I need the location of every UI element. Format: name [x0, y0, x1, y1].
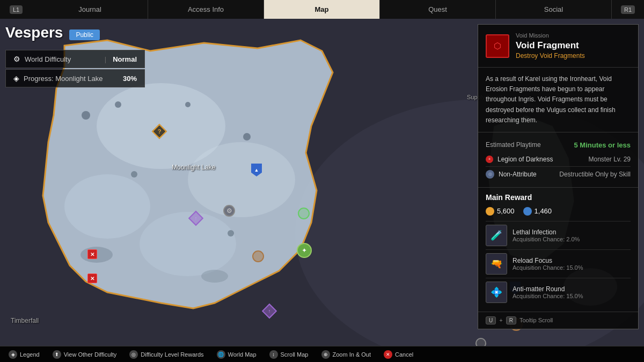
attribute-description: Destructible Only by Skill: [559, 171, 631, 178]
reward-chance-1: Acquisition Chance: 15.0%: [513, 264, 631, 271]
reward-icon-0: 🧪: [486, 225, 507, 246]
key-badge-u: U: [486, 316, 496, 324]
circle-brown-icon: [252, 250, 264, 262]
tab-journal[interactable]: Journal: [32, 0, 148, 19]
red-x-marker-2[interactable]: ✕: [87, 274, 97, 283]
mission-description: As a result of Karel using the Ironheart…: [478, 68, 638, 132]
bottom-view-difficulty[interactable]: ⬆ View Other Difficulty: [53, 350, 117, 359]
playtime-row: Estimated Playtime 5 Minutes or less: [486, 138, 631, 152]
cancel-icon: ✕: [384, 350, 392, 359]
map-area: Moonlight Lake Supply Depot Timberfall ?…: [0, 19, 644, 346]
plus-sign: +: [499, 317, 502, 323]
world-difficulty-value: Normal: [113, 55, 137, 63]
legend-icon: ◈: [9, 350, 17, 359]
blue-flag-marker[interactable]: ▲: [251, 164, 262, 176]
l1-badge: L1: [10, 5, 23, 14]
cancel-label: Cancel: [395, 351, 413, 358]
blue-amount: 1,460: [535, 207, 552, 215]
monster-level: Monster Lv. 29: [588, 156, 631, 163]
playtime-label: Estimated Playtime: [486, 141, 541, 149]
difficulty-rewards-icon: ◎: [129, 350, 138, 359]
legend-label: Legend: [20, 351, 40, 358]
reward-icon-2: 💠: [486, 282, 507, 303]
question-mark: ?: [158, 128, 162, 135]
blue-currency: 1,460: [523, 207, 552, 216]
world-map-label: World Map: [228, 351, 257, 358]
purple-diamond-marker-2[interactable]: ↑: [264, 306, 275, 316]
active-marker[interactable]: ✦: [297, 243, 312, 258]
ring-icon: [475, 338, 486, 346]
tab-quest[interactable]: Quest: [380, 0, 496, 19]
tab-access-info[interactable]: Access Info: [148, 0, 264, 19]
mission-type-icon: ⬡: [486, 34, 509, 58]
red-x-marker-1[interactable]: ✕: [87, 249, 97, 259]
left-controller: L1: [0, 5, 32, 14]
mission-header: ⬡ Void Mission Void Fragment Destroy Voi…: [478, 25, 638, 68]
top-navigation: L1 Journal Access Info Map Quest Social …: [0, 0, 644, 19]
bottom-difficulty-rewards[interactable]: ◎ Difficulty Level Rewards: [129, 350, 203, 359]
reward-info-0: Lethal Infection Acquisition Chance: 2.0…: [513, 228, 631, 242]
tab-social[interactable]: Social: [496, 0, 612, 19]
right-controller: R1: [612, 5, 644, 14]
attribute-icon: ◎: [486, 170, 494, 179]
blue-icon: [523, 207, 532, 216]
svg-point-12: [228, 230, 234, 237]
difficulty-rewards-label: Difficulty Level Rewards: [141, 351, 203, 358]
circle-green-icon: [298, 208, 310, 219]
zoom-label: Zoom In & Out: [333, 351, 371, 358]
svg-point-5: [188, 142, 295, 217]
reward-icon-1: 🔫: [486, 253, 507, 275]
svg-point-8: [115, 101, 121, 108]
scroll-map-label: Scroll Map: [281, 351, 309, 358]
currency-row: 5,600 1,460: [486, 207, 631, 216]
view-difficulty-label: View Other Difficulty: [64, 351, 117, 358]
reward-name-1: Reload Focus: [513, 257, 631, 264]
attribute-name: Non-Attribute: [499, 171, 537, 178]
visibility-badge: Public: [69, 29, 100, 40]
bottom-legend[interactable]: ◈ Legend: [9, 350, 40, 359]
location-name: Vespers: [5, 24, 63, 41]
attribute-row: ◎ Non-Attribute Destructible Only by Ski…: [486, 166, 631, 182]
ring-marker[interactable]: [475, 338, 486, 346]
green-circle-marker[interactable]: [298, 208, 310, 219]
svg-point-10: [185, 102, 191, 107]
unknown-marker[interactable]: ?: [154, 126, 165, 137]
bottom-bar: ◈ Legend ⬆ View Other Difficulty ◎ Diffi…: [0, 346, 644, 362]
reward-info-1: Reload Focus Acquisition Chance: 15.0%: [513, 257, 631, 271]
world-map-icon: 🌐: [217, 350, 225, 359]
brown-marker[interactable]: [252, 250, 264, 262]
playtime-value: 5 Minutes or less: [574, 141, 631, 149]
red-x-icon: ✕: [87, 249, 97, 259]
progress-label: Progress: Moonlight Lake: [24, 75, 119, 83]
world-difficulty-label: World Difficulty: [25, 55, 98, 63]
svg-point-9: [243, 133, 251, 141]
bottom-world-map[interactable]: 🌐 World Map: [217, 350, 257, 359]
bottom-cancel[interactable]: ✕ Cancel: [384, 350, 413, 359]
reward-item-0: 🧪 Lethal Infection Acquisition Chance: 2…: [486, 221, 631, 249]
progress-icon: ◈: [13, 74, 19, 83]
svg-point-4: [64, 174, 150, 239]
faction-icon: +: [486, 156, 493, 163]
bottom-zoom[interactable]: ⊕ Zoom In & Out: [321, 350, 371, 359]
tooltip-footer: U + R Tooltip Scroll: [478, 312, 638, 329]
r1-badge: R1: [621, 5, 635, 14]
svg-point-6: [140, 212, 236, 276]
flag-icon: ▲: [251, 164, 262, 176]
scroll-map-icon: ↕: [269, 350, 278, 359]
purple-diamond-marker-1[interactable]: ↑: [191, 213, 201, 224]
left-info-panel: Vespers Public ⚙ World Difficulty | Norm…: [5, 24, 145, 87]
arrow-icon: ↑: [195, 216, 197, 221]
view-difficulty-icon: ⬆: [53, 350, 61, 359]
svg-point-14: [201, 270, 228, 283]
bottom-scroll-map[interactable]: ↕ Scroll Map: [269, 350, 309, 359]
rewards-section: Main Reward 5,600 1,460 🧪 Lethal Infecti…: [478, 188, 638, 312]
faction-row: + Legion of Darkness Monster Lv. 29: [486, 152, 631, 166]
key-badge-r: R: [506, 316, 516, 324]
tab-map[interactable]: Map: [264, 0, 380, 19]
progress-value: 30%: [123, 75, 137, 83]
gear-marker[interactable]: ⚙: [223, 205, 235, 217]
world-difficulty-box: ⚙ World Difficulty | Normal: [5, 50, 145, 68]
tooltip-scroll-label: Tooltip Scroll: [519, 317, 553, 323]
progress-box: ◈ Progress: Moonlight Lake 30%: [5, 69, 145, 87]
svg-point-11: [131, 171, 137, 178]
